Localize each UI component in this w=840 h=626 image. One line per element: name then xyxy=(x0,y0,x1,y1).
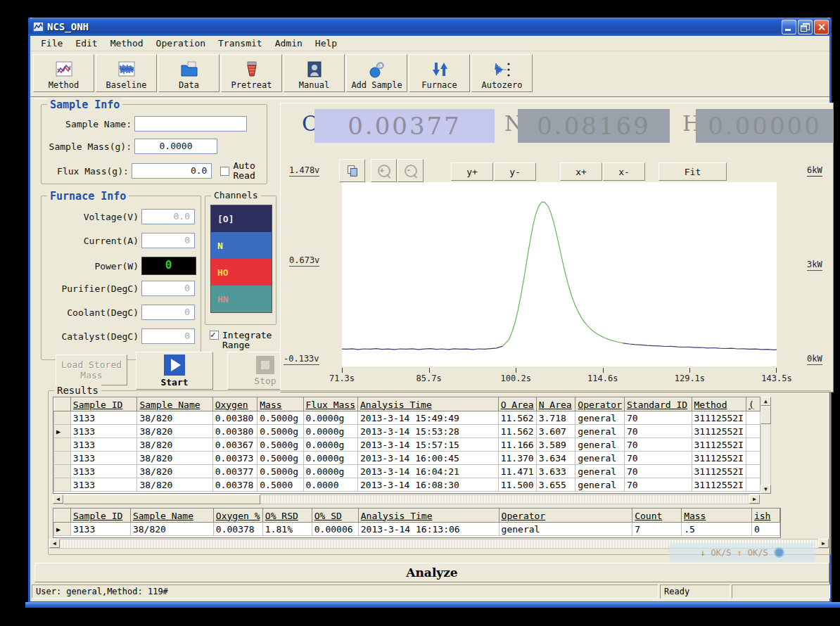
column-header[interactable]: Flux Mass xyxy=(303,398,357,411)
sample-mass-input[interactable]: 0.0000 xyxy=(134,139,217,154)
table-cell: 3.718 xyxy=(536,411,575,425)
integrate-range-checkbox[interactable] xyxy=(210,331,219,340)
toolbar-button-manual[interactable]: Manual xyxy=(284,54,345,92)
manual-control-icon xyxy=(305,58,324,81)
x-tick-mark xyxy=(429,368,430,373)
column-header[interactable]: Operator xyxy=(575,398,625,411)
table-row[interactable]: 313338/8200.003670.5000g0.0000g2013-3-14… xyxy=(54,438,761,452)
table-cell: 11.166 xyxy=(498,438,536,452)
toolbar-button-data[interactable]: Data xyxy=(158,54,219,92)
vscroll-thumb[interactable] xyxy=(761,406,771,424)
column-header[interactable]: Count xyxy=(632,509,682,523)
table-row[interactable]: ▶313338/8200.003781.81%0.000062013-3-14 … xyxy=(54,523,780,536)
table-cell: general xyxy=(575,452,625,465)
row-marker xyxy=(54,465,71,478)
summary-table[interactable]: Sample IDSample NameOxygen %O% RSDO% SDA… xyxy=(53,508,781,538)
table-cell: 2013-3-14 16:13:06 xyxy=(358,523,499,536)
column-header[interactable]: Mass xyxy=(257,398,303,411)
y-minus-button[interactable]: y- xyxy=(494,162,536,181)
table-row[interactable]: 313338/8200.003780.50000.00002013-3-14 1… xyxy=(54,478,761,492)
furnace-label: Coolant(DegC) xyxy=(46,307,139,318)
signal-chart[interactable] xyxy=(342,182,777,366)
zoom-in-button[interactable]: + xyxy=(371,159,397,182)
toolbar-button-pretreat[interactable]: Pretreat xyxy=(221,54,282,92)
zoom-out-button[interactable]: - xyxy=(397,159,424,182)
column-header[interactable]: Sample ID xyxy=(70,509,130,523)
column-header[interactable]: N Area xyxy=(536,398,575,411)
furnace-field-row: Coolant(DegC)0 xyxy=(46,305,196,320)
flux-mass-input[interactable]: 0.0 xyxy=(132,163,212,179)
results-table[interactable]: Sample IDSample NameOxygenMassFlux MassA… xyxy=(53,397,761,494)
scroll-right-icon[interactable]: ▶ xyxy=(818,539,829,548)
data-folder-icon xyxy=(179,58,199,81)
column-header[interactable]: Oxygen % xyxy=(213,509,262,523)
column-header[interactable]: Operator xyxy=(499,509,632,523)
channel-hn[interactable]: HN xyxy=(211,286,272,312)
column-header[interactable]: Sample ID xyxy=(70,398,137,411)
furnace-label: Purifier(DegC) xyxy=(46,283,139,294)
fit-button[interactable]: Fit xyxy=(658,162,727,181)
results-title: Results xyxy=(54,385,101,396)
toolbar-button-furnace[interactable]: Furnace xyxy=(409,54,470,92)
taskbar-edge xyxy=(25,602,840,608)
column-header[interactable]: Sample Name xyxy=(137,398,212,411)
column-header[interactable]: Oxygen xyxy=(212,398,257,411)
menu-item-admin[interactable]: Admin xyxy=(269,37,309,50)
column-header[interactable]: Method xyxy=(692,398,746,411)
table-cell: 0.00377 xyxy=(212,465,257,478)
table-row[interactable]: 313338/8200.003730.5000g0.0000g2013-3-14… xyxy=(54,452,761,465)
restore-button[interactable] xyxy=(798,20,813,34)
scroll-left-icon[interactable]: ◀ xyxy=(53,494,63,504)
column-header[interactable]: O% RSD xyxy=(262,509,312,523)
table-cell: 3133 xyxy=(70,523,130,536)
toolbar-button-method[interactable]: Method xyxy=(33,54,94,92)
load-stored-mass-button[interactable]: Load Stored Mass xyxy=(56,354,127,385)
menu-item-edit[interactable]: Edit xyxy=(69,37,103,50)
column-header[interactable]: Sample Name xyxy=(130,509,213,523)
column-header[interactable]: O% SD xyxy=(312,509,358,523)
menu-item-help[interactable]: Help xyxy=(309,37,343,50)
start-button[interactable]: Start xyxy=(136,352,213,390)
menu-item-operation[interactable]: Operation xyxy=(150,37,212,50)
autozero-signal-icon xyxy=(492,58,512,81)
column-header[interactable]: Mass xyxy=(682,509,752,523)
auto-read-checkbox[interactable] xyxy=(220,167,229,176)
table-row[interactable]: ▶313338/8200.003800.5000g0.0000g2013-3-1… xyxy=(54,425,761,438)
x-minus-button[interactable]: x- xyxy=(603,162,645,181)
table-row[interactable]: 313338/8200.003770.5000g0.0000g2013-3-14… xyxy=(54,465,761,478)
toolbar-button-baseline[interactable]: Baseline xyxy=(96,54,157,92)
menu-item-transmit[interactable]: Transmit xyxy=(212,37,269,50)
channels-group: Channels [O]NHOHN xyxy=(205,196,276,325)
channel-ho[interactable]: HO xyxy=(211,259,272,286)
channel-n[interactable]: N xyxy=(211,232,272,259)
column-header[interactable]: Analysis Time xyxy=(358,398,499,411)
scroll-left-icon[interactable]: ◀ xyxy=(49,539,60,548)
column-header[interactable]: ( xyxy=(746,398,760,411)
column-header[interactable]: ish xyxy=(751,509,779,523)
y-plus-button[interactable]: y+ xyxy=(451,162,493,181)
column-header[interactable]: O Area xyxy=(498,398,536,411)
close-button[interactable] xyxy=(814,20,829,34)
scroll-up-icon[interactable]: ▲ xyxy=(761,397,771,406)
results-vscrollbar[interactable]: ▲ ▼ xyxy=(761,397,771,494)
sample-name-input[interactable] xyxy=(134,116,247,132)
row-marker: ▶ xyxy=(54,425,71,438)
table-row[interactable]: 313338/8200.003800.5000g0.0000g2013-3-14… xyxy=(54,411,761,425)
results-hscrollbar[interactable]: ◀ ▶ xyxy=(53,494,760,504)
hscroll-thumb[interactable] xyxy=(63,494,260,504)
scroll-right-icon[interactable]: ▶ xyxy=(749,494,760,504)
menu-item-method[interactable]: Method xyxy=(104,37,150,50)
menu-item-file[interactable]: File xyxy=(34,37,69,50)
column-header[interactable]: Standard ID xyxy=(624,398,692,411)
table-cell: 38/820 xyxy=(137,452,212,465)
minimize-button[interactable] xyxy=(782,20,796,34)
toolbar-button-add-sample[interactable]: Add Sample xyxy=(346,54,407,92)
x-plus-button[interactable]: x+ xyxy=(560,162,602,181)
copy-chart-button[interactable] xyxy=(339,159,365,182)
column-header[interactable]: Analysis Time xyxy=(358,509,499,523)
toolbar-button-autozero[interactable]: Autozero xyxy=(471,54,533,92)
title-bar[interactable]: NCS_ONH xyxy=(28,18,832,36)
table-cell: 2013-3-14 16:08:30 xyxy=(358,478,499,492)
scroll-down-icon[interactable]: ▼ xyxy=(761,485,771,494)
channel-o[interactable]: [O] xyxy=(211,205,272,232)
